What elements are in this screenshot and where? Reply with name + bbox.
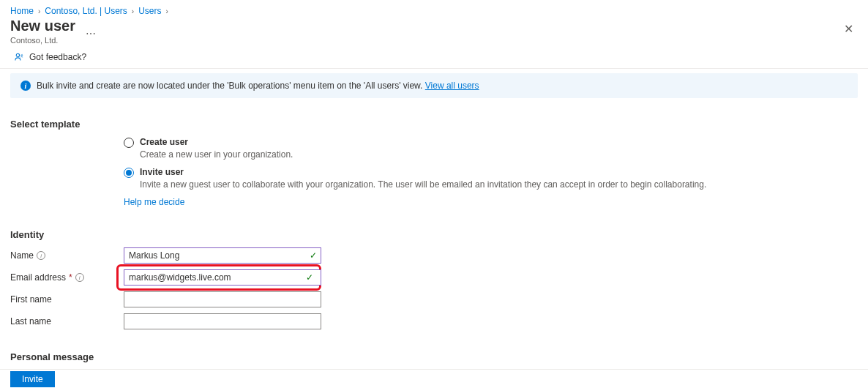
info-circle-icon[interactable]: i (75, 273, 84, 282)
email-label: Email address (10, 272, 66, 283)
radio-create-user[interactable]: Create user (124, 137, 858, 148)
last-name-label: Last name (10, 316, 51, 327)
chevron-right-icon: › (38, 7, 40, 15)
close-button[interactable]: ✕ (844, 18, 858, 36)
email-input[interactable] (124, 269, 321, 286)
breadcrumb-users[interactable]: Users (138, 6, 161, 16)
radio-icon (124, 138, 134, 148)
radio-create-user-desc: Create a new user in your organization. (140, 149, 858, 160)
select-template-heading: Select template (10, 119, 858, 130)
page-subtitle: Contoso, Ltd. (10, 36, 75, 45)
more-actions-button[interactable]: ⋯ (83, 28, 99, 40)
page-header: New user Contoso, Ltd. ⋯ ✕ (0, 18, 868, 48)
first-name-input[interactable] (124, 291, 321, 307)
chevron-right-icon: › (132, 7, 134, 15)
info-banner: i Bulk invite and create are now located… (10, 73, 858, 98)
radio-icon-selected (124, 168, 134, 178)
radio-create-user-label: Create user (140, 137, 188, 147)
breadcrumb-home[interactable]: Home (10, 6, 34, 16)
breadcrumb: Home › Contoso, Ltd. | Users › Users › (0, 0, 868, 18)
chevron-right-icon: › (166, 7, 168, 15)
view-all-users-link[interactable]: View all users (425, 81, 479, 91)
action-bar: Invite (0, 369, 868, 388)
content-scroll-region[interactable]: i Bulk invite and create are now located… (0, 59, 868, 369)
first-name-label: First name (10, 294, 52, 305)
radio-invite-user-label: Invite user (140, 167, 184, 177)
identity-heading: Identity (10, 229, 858, 240)
radio-invite-user-desc: Invite a new guest user to collaborate w… (140, 179, 858, 190)
info-banner-text: Bulk invite and create are now located u… (37, 81, 425, 91)
name-label: Name (10, 250, 34, 261)
help-me-decide-link[interactable]: Help me decide (124, 197, 858, 207)
personal-message-heading: Personal message (10, 351, 858, 362)
info-circle-icon[interactable]: i (37, 251, 45, 260)
page-title: New user (10, 18, 75, 34)
breadcrumb-org-users[interactable]: Contoso, Ltd. | Users (45, 6, 127, 16)
checkmark-icon: ✓ (310, 250, 317, 261)
last-name-input[interactable] (124, 313, 321, 329)
name-input[interactable] (124, 247, 321, 264)
radio-invite-user[interactable]: Invite user (124, 167, 858, 178)
info-icon: i (20, 81, 31, 91)
checkmark-icon: ✓ (306, 272, 313, 283)
required-asterisk: * (69, 272, 72, 283)
invite-button[interactable]: Invite (10, 371, 55, 387)
svg-point-0 (16, 53, 19, 56)
